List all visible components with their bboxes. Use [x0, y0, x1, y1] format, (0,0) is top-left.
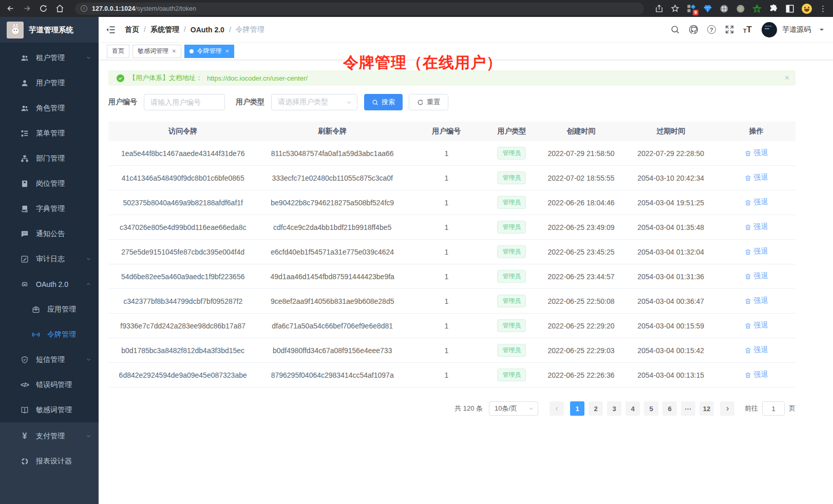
- force-logout-button[interactable]: 强退: [745, 247, 768, 256]
- sidebar-item[interactable]: 通知公告: [0, 221, 99, 246]
- reload-icon[interactable]: [39, 4, 48, 13]
- user-dropdown-caret-icon[interactable]: [820, 29, 824, 33]
- breadcrumb-item[interactable]: OAuth 2.0: [191, 26, 236, 34]
- user-name[interactable]: 芋道源码: [782, 25, 811, 34]
- share-icon[interactable]: [655, 4, 664, 13]
- page-button[interactable]: 2: [589, 401, 603, 416]
- force-logout-button[interactable]: 强退: [745, 345, 768, 355]
- page-button[interactable]: 5: [644, 401, 658, 416]
- sidebar-item[interactable]: 短信管理: [0, 347, 99, 372]
- chevron-down-icon: [346, 100, 352, 105]
- site-info-icon[interactable]: i: [81, 5, 87, 12]
- refresh-token-cell: cdfc4ce9c2da4bb1bdf21b9918ff4be5: [257, 223, 407, 231]
- alert-close-icon[interactable]: ×: [785, 74, 789, 82]
- jump-page-input[interactable]: [762, 401, 785, 416]
- sidebar-collapse-icon[interactable]: [106, 25, 116, 35]
- trash-icon: [745, 322, 751, 329]
- page-button[interactable]: ···: [681, 401, 695, 416]
- search-icon[interactable]: [670, 25, 680, 34]
- doc-link[interactable]: https://doc.iocoder.cn/user-center/: [207, 74, 308, 82]
- sidebar-item[interactable]: 岗位管理: [0, 171, 99, 196]
- access-token-cell: 41c41346a548490f9dc8b01c6bfe0865: [108, 174, 257, 182]
- sidebar-item[interactable]: 部门管理: [0, 146, 99, 171]
- window-frame-icon[interactable]: [785, 4, 794, 13]
- browser-menu-icon[interactable]: ⋮: [819, 5, 827, 12]
- prev-page-button[interactable]: [550, 401, 564, 416]
- gem-extension-icon[interactable]: [703, 4, 712, 13]
- breadcrumb: 首页系统管理OAuth 2.0令牌管理: [125, 25, 264, 34]
- forward-icon[interactable]: [23, 4, 31, 13]
- sidebar-item[interactable]: 令牌管理: [0, 322, 99, 347]
- force-logout-button[interactable]: 强退: [745, 148, 768, 158]
- breadcrumb-item[interactable]: 令牌管理: [236, 25, 264, 34]
- page-tab[interactable]: 敏感词管理 ×: [132, 45, 181, 58]
- page-button[interactable]: 1: [570, 401, 584, 416]
- sidebar-item[interactable]: 报表设计器: [0, 449, 99, 474]
- page-button[interactable]: 6: [662, 401, 677, 416]
- token-table: 访问令牌 刷新令牌 用户编号 用户类型 创建时间 过期时间 操作 1ea5e44…: [108, 122, 796, 387]
- refresh-token-cell: be90422b8c7946218275a508bf524fc9: [257, 199, 407, 207]
- page-size-select[interactable]: 10条/页: [489, 401, 538, 416]
- sidebar-item[interactable]: </> 错误码管理: [0, 372, 99, 397]
- page-button[interactable]: 12: [699, 401, 714, 416]
- github-icon[interactable]: [689, 25, 698, 34]
- sidebar-item[interactable]: ¥ 支付管理: [0, 423, 99, 449]
- home-icon[interactable]: [55, 4, 64, 13]
- action-cell: 强退: [717, 272, 796, 281]
- page-tab[interactable]: 令牌管理 ×: [184, 45, 235, 58]
- force-logout-button[interactable]: 强退: [745, 296, 768, 305]
- extension-blocks-icon[interactable]: 9: [687, 4, 696, 13]
- address-bar[interactable]: i 127.0.0.1:1024/system/oauth2/token: [75, 3, 644, 15]
- breadcrumb-item[interactable]: 系统管理: [150, 25, 191, 34]
- sidebar-item[interactable]: 敏感词管理: [0, 397, 99, 422]
- refresh-token-cell: 8796295f04064c2983414cc54af1097a: [257, 371, 407, 379]
- force-logout-button[interactable]: 强退: [745, 198, 768, 207]
- page-button[interactable]: 4: [626, 401, 640, 416]
- record-extension-icon[interactable]: [736, 4, 745, 13]
- create-time-cell: 2022-06-25 23:44:57: [538, 273, 624, 281]
- sidebar-item[interactable]: 租户管理: [0, 45, 99, 70]
- reset-button[interactable]: 重置: [409, 94, 448, 110]
- help-icon[interactable]: ?: [707, 25, 716, 34]
- force-logout-button[interactable]: 强退: [745, 222, 768, 231]
- next-page-button[interactable]: [720, 401, 734, 416]
- font-size-icon[interactable]: TT: [743, 25, 752, 34]
- chevron-left-icon: [554, 406, 560, 412]
- user-type-cell: 管理员: [486, 171, 538, 184]
- table-row: 41c41346a548490f9dc8b01c6bfe0865 333ecfc…: [108, 166, 796, 190]
- breadcrumb-item[interactable]: 首页: [125, 25, 150, 34]
- back-icon[interactable]: [6, 4, 15, 13]
- bookmark-star-icon[interactable]: [671, 4, 679, 13]
- app-logo[interactable]: 芋道管理系统: [0, 17, 99, 43]
- user-id-input[interactable]: [144, 94, 225, 110]
- force-logout-button[interactable]: 强退: [745, 173, 768, 182]
- force-logout-button[interactable]: 强退: [745, 272, 768, 281]
- page-tab[interactable]: 首页: [107, 45, 129, 58]
- force-logout-button[interactable]: 强退: [745, 370, 768, 379]
- sidebar-item[interactable]: 应用管理: [0, 297, 99, 322]
- tab-close-icon[interactable]: ×: [225, 48, 230, 54]
- sidebar-item[interactable]: 角色管理: [0, 95, 99, 121]
- green-star-extension-icon[interactable]: [752, 4, 762, 13]
- sidebar-item[interactable]: OAuth 2.0: [0, 272, 99, 297]
- user-avatar[interactable]: [762, 22, 777, 37]
- fullscreen-icon[interactable]: [725, 25, 734, 34]
- token-signal-icon: [32, 331, 40, 339]
- force-logout-button[interactable]: 强退: [745, 321, 768, 330]
- puzzle-extensions-icon[interactable]: [769, 4, 778, 13]
- user-type-badge: 管理员: [497, 171, 526, 184]
- pagination: 共 120 条 10条/页 1 2 3 4: [108, 401, 796, 416]
- user-type-select[interactable]: 请选择用户类型: [271, 94, 357, 110]
- profile-avatar-icon[interactable]: [802, 4, 812, 14]
- page-button[interactable]: 3: [607, 401, 621, 416]
- gray-circle-extension-icon[interactable]: [720, 4, 729, 13]
- sidebar-menu: 租户管理 用户管理 角色管理: [0, 43, 99, 422]
- sidebar-item[interactable]: 审计日志: [0, 246, 99, 272]
- expire-time-cell: 2054-03-04 01:35:48: [624, 223, 717, 231]
- tab-close-icon[interactable]: ×: [172, 48, 176, 54]
- search-button[interactable]: 搜索: [364, 94, 403, 110]
- sidebar-item[interactable]: 用户管理: [0, 70, 99, 95]
- trash-icon: [745, 347, 751, 354]
- sidebar-item[interactable]: 菜单管理: [0, 121, 99, 146]
- sidebar-item[interactable]: 字典管理: [0, 196, 99, 221]
